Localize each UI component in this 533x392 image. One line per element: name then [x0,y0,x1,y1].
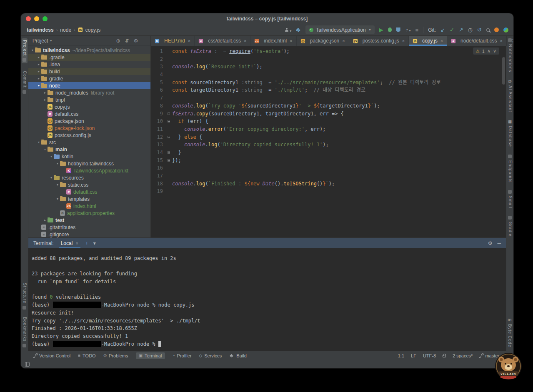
tree-item-hobbyino-tailwindcss[interactable]: ▾hobbyino.tailwindcss [28,160,150,167]
locate-file-icon[interactable]: ⊕ [116,38,120,44]
fold-gutter[interactable] [167,117,172,125]
run-button[interactable]: ▶ [379,27,383,32]
line-number[interactable]: 6 [151,86,167,94]
chevron-right-icon[interactable]: ▸ [36,62,41,66]
tree-item-build[interactable]: ▸build [28,68,150,75]
code-text[interactable]: console.log(`Resource init!`); [172,63,263,71]
tree-item-kotlin[interactable]: ▾kotlin [28,153,150,160]
close-tab-icon[interactable]: × [440,38,443,43]
chevron-right-icon[interactable]: ▸ [36,70,41,73]
tree-item-resources[interactable]: ▾resources [28,174,150,181]
close-tab-icon[interactable]: × [188,38,190,43]
line-number[interactable]: 5 [151,79,167,87]
editor-tab-index-html[interactable]: <>index.html× [250,36,296,46]
code-text[interactable]: } [172,149,181,157]
code-text[interactable]: } else { [172,133,202,141]
build-hammer-icon[interactable] [296,27,301,32]
debug-button[interactable] [388,27,392,32]
chevron-down-icon[interactable]: ▾ [36,140,41,144]
chevron-down-icon[interactable]: ▾ [55,162,60,165]
chevron-right-icon[interactable]: ▸ [43,98,48,102]
search-everywhere-icon[interactable] [486,28,490,32]
breadcrumb-item-copy-js[interactable]: copy.js [85,27,100,33]
tool-stripe-button-project[interactable]: Project [22,38,28,63]
close-tab-icon[interactable]: × [500,38,502,43]
version-control-button[interactable]: Version Control [33,353,70,358]
editor-tab-node-default-css[interactable]: #node/default.css× [447,36,507,46]
tree-item-node-modules[interactable]: ▸node_moduleslibrary root [28,89,150,96]
zoom-window-button[interactable] [43,16,48,21]
toolwindow-switcher-icon[interactable] [25,362,30,367]
profiler-button[interactable]: ◔Profiler [173,353,192,358]
tree-item-gitignore[interactable]: ≡.gitignore [28,231,150,237]
chevron-right-icon[interactable]: ▸ [36,55,41,59]
editor-scrollbar[interactable] [502,57,505,85]
line-number[interactable]: 19 [151,187,167,195]
code-text[interactable]: }); [172,157,181,165]
line-number[interactable]: 17 [151,172,167,180]
line-number[interactable]: 2 [151,55,167,63]
fold-marker-icon[interactable] [168,112,170,115]
terminal-tab-local[interactable]: Local × [59,238,80,248]
chevron-down-icon[interactable]: ▾ [50,39,52,42]
build-button[interactable]: Build [229,353,246,358]
tree-item-gitattributes[interactable]: ≡.gitattributes [28,224,150,231]
chevron-down-icon[interactable]: ▾ [36,84,41,87]
line-number[interactable]: 11 [151,125,167,133]
code-text[interactable]: console.error('Error copying directory:'… [172,125,326,133]
tree-item-test[interactable]: ▸test [28,217,150,224]
code-text[interactable]: fsExtra.copy(sourceDirectory1, targetDir… [172,110,344,118]
breadcrumb-item-node[interactable]: node [60,27,71,33]
chevron-down-icon[interactable]: ▾ [93,240,96,246]
line-number[interactable]: 13 [151,141,167,149]
hide-panel-icon[interactable]: ─ [143,38,146,44]
chevron-down-icon[interactable]: ▾ [49,155,54,158]
rollback-icon[interactable]: ↺ [477,27,482,32]
file-encoding[interactable]: UTF-8 [423,353,436,358]
commit-check-icon[interactable]: ✓ [450,27,454,32]
tree-item-tailwindcssapplication-kt[interactable]: KTailwindcssApplication.kt [28,167,150,174]
line-separator[interactable]: LF [411,353,416,358]
line-number[interactable]: 7 [151,94,167,102]
profile-icon[interactable]: ▾ [285,26,291,34]
new-terminal-icon[interactable]: + [85,240,88,246]
fold-gutter[interactable] [167,157,172,165]
tool-stripe-button-commit[interactable]: Commit [23,71,27,93]
breadcrumb-item-tailwindcss[interactable]: tailwindcss [27,27,54,33]
ide-settings-icon[interactable] [503,27,508,32]
chevron-down-icon[interactable]: ▾ [55,183,60,187]
project-tree[interactable]: ▾tailwindcss~/IdeaProjects/tailwindcss▸.… [28,46,150,237]
terminal-settings-gear-icon[interactable]: ⚙ [488,240,493,246]
terminal-output[interactable]: added 88 packages, and audited 89 packag… [28,248,506,351]
code-text[interactable]: if (err) { [172,117,208,125]
hide-terminal-icon[interactable]: ─ [497,240,501,246]
tree-item-default-css[interactable]: #default.css [28,110,150,117]
line-number[interactable]: 16 [151,164,167,172]
chevron-right-icon[interactable]: ▸ [43,91,48,95]
tree-item-application-properties[interactable]: ⚙application.properties [28,210,150,217]
fold-marker-icon[interactable] [168,151,170,154]
close-tab-icon[interactable]: × [290,38,292,43]
tool-stripe-button-notifications[interactable]: Notifications [508,38,512,72]
project-panel-title[interactable]: Project [33,38,48,44]
tree-item-node[interactable]: ▾node [28,82,150,89]
chevron-right-icon[interactable]: ▸ [36,77,41,80]
profiler-button[interactable]: ◔▾ [405,27,411,32]
code-text[interactable]: console.log(`Try copy '${sourceDirectory… [172,102,380,110]
tree-item-gradle[interactable]: ▸.gradle [28,54,150,61]
close-window-button[interactable] [26,16,31,21]
tree-item-copy-js[interactable]: JScopy.js [28,103,150,110]
line-number[interactable]: 15 [151,157,167,165]
chevron-down-icon[interactable]: ▾ [43,147,48,151]
code-text[interactable]: const sourceDirectory1 :string = './../s… [172,79,441,87]
editor-tab-copy-js[interactable]: JScopy.js× [409,36,447,46]
services-button[interactable]: ◇Services [199,353,222,358]
problems-button[interactable]: ⊙Problems [103,353,128,358]
tool-stripe-button-gradle[interactable]: Gradle [508,216,512,237]
line-number[interactable]: 4 [151,71,167,79]
prev-problem-icon[interactable]: ∧ [487,48,490,54]
push-icon[interactable]: ↗ [459,27,463,32]
tool-stripe-button-endpoints[interactable]: Endpoints [508,155,512,182]
code-text[interactable]: console.log(`Finished : ${new Date().toI… [172,180,335,188]
tree-item-main[interactable]: ▾main [28,146,150,153]
